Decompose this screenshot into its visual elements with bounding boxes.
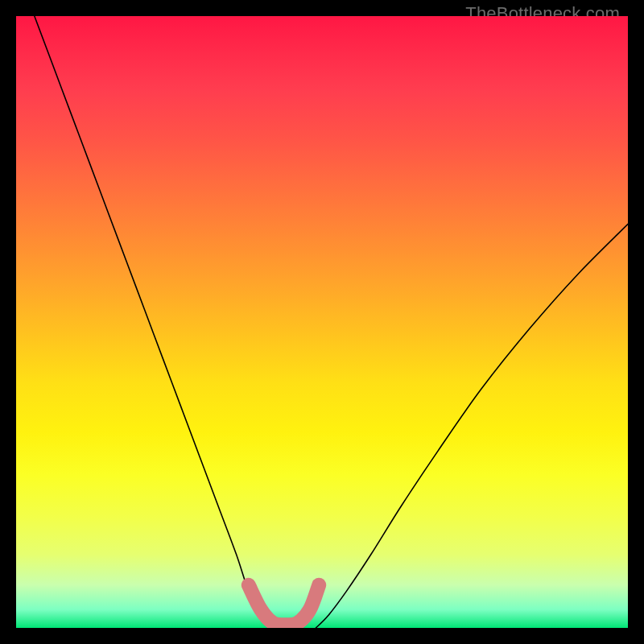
optimal-band [249, 585, 319, 625]
left-curve [35, 16, 270, 628]
plot-area [16, 16, 628, 628]
right-curve [316, 224, 628, 628]
chart-frame: TheBottleneck.com [0, 0, 644, 644]
curves-svg [16, 16, 628, 628]
